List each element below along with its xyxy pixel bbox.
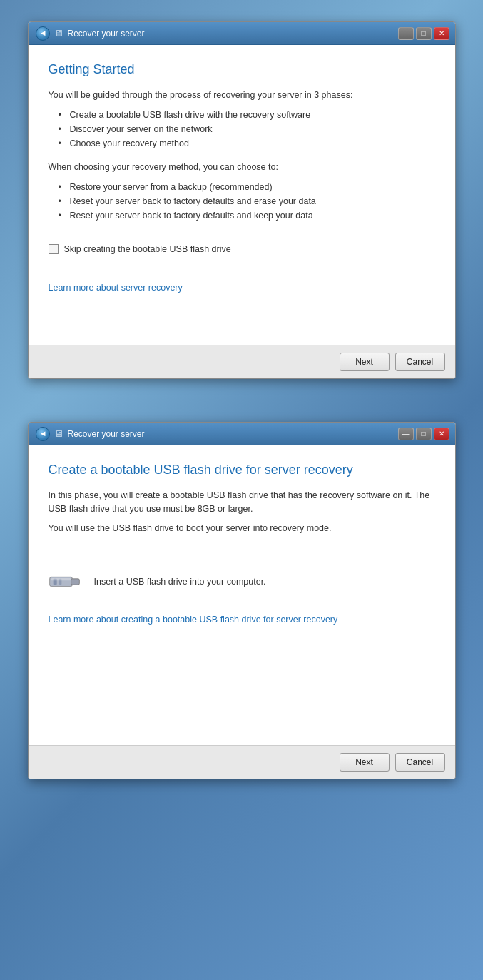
window-title-1: Recover your server xyxy=(68,29,145,39)
phases-list: Create a bootable USB flash drive with t… xyxy=(49,108,435,151)
minimize-button-1[interactable]: — xyxy=(398,27,414,40)
skip-usb-checkbox[interactable] xyxy=(49,244,59,254)
list-item: Restore your server from a backup (recom… xyxy=(49,180,435,194)
intro-text-1: You will be guided through the process o… xyxy=(49,89,435,102)
usb-instruction-row: Insert a USB flash drive into your compu… xyxy=(49,570,435,593)
title-bar-left-2: 🖥 Recover your server xyxy=(36,427,145,441)
list-item: Discover your server on the network xyxy=(49,122,435,136)
skip-usb-checkbox-row: Skip creating the bootable USB flash dri… xyxy=(49,244,435,254)
window2: 🖥 Recover your server — □ ✕ Create a boo… xyxy=(28,422,456,779)
content-area-2: Create a bootable USB flash drive for se… xyxy=(29,445,455,745)
cancel-button-1[interactable]: Cancel xyxy=(395,353,445,371)
learn-more-link-2[interactable]: Learn more about creating a bootable USB… xyxy=(49,615,435,625)
close-button-2[interactable]: ✕ xyxy=(434,428,449,440)
footer-bar-1: Next Cancel xyxy=(29,345,455,378)
title-bar-controls: — □ ✕ xyxy=(398,27,449,40)
list-item: Create a bootable USB flash drive with t… xyxy=(49,108,435,122)
content-area-1: Getting Started You will be guided throu… xyxy=(29,45,455,345)
back-button-icon-2[interactable] xyxy=(36,427,50,441)
learn-more-link-1[interactable]: Learn more about server recovery xyxy=(49,283,435,293)
svg-rect-4 xyxy=(51,578,71,580)
window1: 🖥 Recover your server — □ ✕ Getting Star… xyxy=(28,21,456,379)
footer-bar-2: Next Cancel xyxy=(29,745,455,779)
svg-rect-1 xyxy=(71,579,79,585)
next-button-1[interactable]: Next xyxy=(340,353,390,371)
minimize-button-2[interactable]: — xyxy=(398,428,414,440)
page-title-1: Getting Started xyxy=(49,62,435,77)
list-item: Reset your server back to factory defaul… xyxy=(49,208,435,223)
usb-drive-icon xyxy=(49,570,84,593)
skip-usb-label: Skip creating the bootable USB flash dri… xyxy=(64,244,231,254)
title-bar-1: 🖥 Recover your server — □ ✕ xyxy=(29,22,455,45)
page-title-2: Create a bootable USB flash drive for se… xyxy=(49,463,435,478)
maximize-button-1[interactable]: □ xyxy=(416,27,432,40)
maximize-button-2[interactable]: □ xyxy=(416,428,432,440)
para1: In this phase, you will create a bootabl… xyxy=(49,489,435,516)
usb-instruction-text: Insert a USB flash drive into your compu… xyxy=(94,577,266,587)
monitor-icon: 🖥 xyxy=(54,28,63,39)
list-item: Choose your recovery method xyxy=(49,136,435,151)
window-title-2: Recover your server xyxy=(68,429,145,439)
para2: You will use the USB flash drive to boot… xyxy=(49,522,435,535)
title-bar-controls-2: — □ ✕ xyxy=(398,428,449,440)
monitor-icon-2: 🖥 xyxy=(54,428,63,439)
title-bar-2: 🖥 Recover your server — □ ✕ xyxy=(29,423,455,445)
next-button-2[interactable]: Next xyxy=(340,753,390,772)
recovery-options-list: Restore your server from a backup (recom… xyxy=(49,180,435,223)
close-button-1[interactable]: ✕ xyxy=(434,27,449,40)
recovery-intro: When choosing your recovery method, you … xyxy=(49,161,435,174)
title-bar-left-1: 🖥 Recover your server xyxy=(36,26,145,41)
back-button-icon[interactable] xyxy=(36,26,50,41)
list-item: Reset your server back to factory defaul… xyxy=(49,194,435,208)
cancel-button-2[interactable]: Cancel xyxy=(395,753,445,772)
